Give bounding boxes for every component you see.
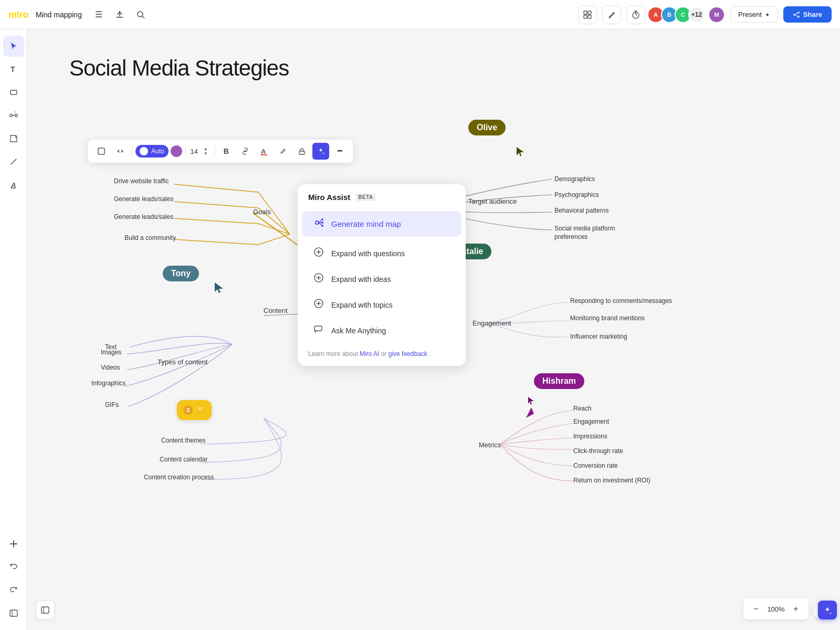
divider-3 <box>214 145 215 157</box>
sidebar-shape[interactable] <box>3 82 24 103</box>
influencer-marketing: Influencer marketing <box>570 333 627 340</box>
svg-point-47 <box>321 225 323 227</box>
avatar-me: M <box>708 6 725 23</box>
font-color-button[interactable]: A <box>256 143 272 160</box>
zoom-controls: − 100% + <box>743 598 808 620</box>
sidebar-redo[interactable] <box>3 580 24 601</box>
miro-ai-link[interactable]: Miro AI <box>360 350 379 358</box>
sidebar-cursor[interactable] <box>3 36 24 57</box>
behavioral-patterns: Behavioral patterns <box>554 207 608 214</box>
generate-mind-map-item[interactable]: Generate mind map <box>302 211 461 237</box>
frame-button[interactable] <box>93 143 110 160</box>
svg-rect-3 <box>584 11 587 14</box>
zoom-out-button[interactable]: − <box>749 602 763 616</box>
pen-button[interactable] <box>602 5 621 24</box>
metrics-label: Metrics <box>479 441 501 449</box>
grid-button[interactable] <box>578 5 597 24</box>
svg-line-12 <box>795 15 797 16</box>
expand-questions-item[interactable]: Expand with questions <box>302 241 461 266</box>
export-button[interactable] <box>111 6 128 23</box>
reach: Reach <box>573 405 592 412</box>
responding-comments: Responding to comments/messages <box>570 297 672 304</box>
notification-badge[interactable]: 3 <box>177 400 212 420</box>
svg-marker-28 <box>215 282 223 293</box>
sidebar-panels[interactable] <box>3 603 24 624</box>
ai-button[interactable] <box>312 143 329 160</box>
svg-marker-30 <box>517 147 524 156</box>
sidebar-sticky[interactable] <box>3 128 24 149</box>
zoom-in-button[interactable]: + <box>789 602 803 616</box>
expand-ideas-item[interactable]: Expand with ideas <box>302 267 461 291</box>
connection-button[interactable] <box>112 143 129 160</box>
topbar-icons: ☰ <box>90 6 149 23</box>
give-feedback-link[interactable]: give feedback <box>388 350 427 358</box>
sidebar-marker[interactable]: A <box>3 174 24 195</box>
social-media-prefs: Social media platform preferences <box>554 225 649 241</box>
link-button[interactable] <box>237 143 254 160</box>
color-picker[interactable] <box>171 145 182 157</box>
ai-fab-button[interactable] <box>818 601 837 620</box>
svg-marker-27 <box>526 407 534 418</box>
expand-topics-icon <box>312 298 325 311</box>
miro-assist-panel: Miro Assist BETA Generate mind map Expan… <box>298 184 466 366</box>
topbar: miro Mind mapping ☰ A B C +12 M Present <box>0 0 840 29</box>
zoom-level: 100% <box>766 605 785 613</box>
topbar-right: A B C +12 M Present Share <box>578 5 832 24</box>
canvas[interactable]: Social Media Strategies <box>27 29 840 630</box>
goals-label: Goals <box>253 208 271 216</box>
content-calendar: Content calendar <box>160 456 207 463</box>
drive-traffic: Drive website traffic <box>114 177 169 185</box>
notif-icon <box>196 404 205 416</box>
notif-count: 3 <box>183 405 193 415</box>
miro-assist-title: Miro Assist <box>308 193 350 202</box>
more-button[interactable]: ••• <box>331 143 348 160</box>
auto-toggle[interactable]: Auto <box>135 145 169 158</box>
build-community: Build a community <box>124 234 176 242</box>
tony-cursor <box>214 281 224 296</box>
doc-title: Mind mapping <box>36 10 82 19</box>
menu-button[interactable]: ☰ <box>90 6 107 23</box>
panel-toggle-button[interactable] <box>36 601 55 620</box>
svg-rect-37 <box>98 148 104 154</box>
svg-text:miro: miro <box>8 9 28 19</box>
sidebar-add[interactable] <box>3 533 24 554</box>
svg-rect-23 <box>10 610 17 616</box>
svg-rect-5 <box>584 15 587 18</box>
svg-rect-32 <box>197 406 204 412</box>
font-size-arrows[interactable]: ▲ ▼ <box>201 146 211 156</box>
highlight-button[interactable] <box>275 143 291 160</box>
sidebar-connector[interactable] <box>3 105 24 126</box>
canvas-inner: Social Media Strategies <box>27 29 840 630</box>
present-button[interactable]: Present <box>730 6 778 23</box>
sidebar-text[interactable]: T <box>3 59 24 80</box>
svg-marker-31 <box>528 397 534 405</box>
expand-topics-item[interactable]: Expand with topics <box>302 292 461 317</box>
search-button[interactable] <box>132 6 149 23</box>
demographics: Demographics <box>554 175 595 183</box>
avatar-count: +12 <box>688 6 705 23</box>
sidebar-undo[interactable] <box>3 556 24 578</box>
target-audience-label: Target audience <box>468 197 517 205</box>
timer-button[interactable] <box>626 5 645 24</box>
svg-text:T: T <box>10 65 15 74</box>
bold-button[interactable]: B <box>218 143 235 160</box>
font-size-control: 14 ▲ ▼ <box>189 146 211 156</box>
share-button[interactable]: Share <box>783 6 832 23</box>
svg-rect-4 <box>588 11 591 14</box>
svg-point-46 <box>321 222 323 224</box>
lock-button[interactable] <box>293 143 310 160</box>
svg-line-11 <box>795 13 797 14</box>
click-through-rate: Click-through rate <box>573 447 623 455</box>
ask-me-anything-item[interactable]: Ask Me Anything <box>302 318 461 343</box>
divider-2 <box>185 145 186 157</box>
assist-footer: Learn more about Miro AI or give feedbac… <box>298 344 466 366</box>
avatars-group: A B C +12 M <box>650 6 725 23</box>
content-creation-process: Content creation process <box>144 474 214 481</box>
olive-cursor <box>516 146 525 160</box>
sidebar-bottom <box>3 556 24 624</box>
divider-1 <box>132 145 132 157</box>
sidebar: T A <box>0 29 27 630</box>
videos-label: Videos <box>101 364 120 371</box>
sidebar-pen[interactable] <box>3 151 24 172</box>
svg-rect-57 <box>314 326 322 331</box>
